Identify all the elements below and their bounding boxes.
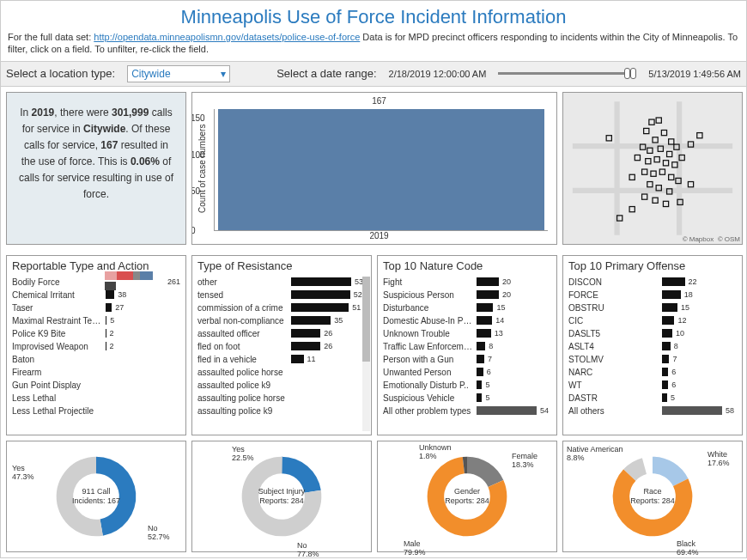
scroll-thumb[interactable]	[362, 277, 370, 362]
list-item[interactable]: Police K9 Bite2	[12, 327, 180, 340]
bar	[106, 316, 106, 325]
list-item[interactable]: STOLMV7	[568, 353, 737, 366]
item-label: Suspicious Person	[383, 290, 473, 300]
list-item[interactable]: All others58	[568, 405, 737, 417]
item-value: 26	[324, 329, 332, 338]
slider-handle-end[interactable]	[630, 68, 636, 79]
list-item[interactable]: DASLT510	[568, 327, 737, 340]
location-select[interactable]: Citywide ▾	[127, 65, 230, 82]
year-bar-panel[interactable]: Count of case numbers 167 0 50 100 150 2…	[191, 92, 557, 245]
dataset-link[interactable]: http://opendata.minneapolismn.gov/datase…	[94, 32, 360, 42]
list-item[interactable]: CIC12	[568, 314, 737, 327]
scrollbar[interactable]	[362, 277, 370, 431]
map-svg[interactable]	[563, 93, 742, 244]
summary-panel: In 2019, there were 301,999 calls for se…	[6, 92, 186, 245]
list-item[interactable]: Traffic Law Enforceme..8	[383, 340, 551, 353]
reportable-panel[interactable]: Reportable Type and Action Bodily Force2…	[6, 255, 186, 435]
list-item[interactable]: Less Lethal Projectile	[12, 405, 180, 417]
donut-panel[interactable]: GenderReports: 284Unknown1.8%Female18.3%…	[377, 441, 557, 552]
item-label: tensed	[197, 290, 288, 300]
item-label: OBSTRU	[568, 303, 659, 313]
list-item[interactable]: Improvised Weapon2	[12, 340, 180, 353]
list-item[interactable]: Firearm	[12, 366, 180, 379]
list-item[interactable]: ASLT48	[568, 340, 737, 353]
list-item[interactable]: DISCON22	[568, 276, 737, 289]
item-value: 58	[726, 406, 734, 415]
list-item[interactable]: Maximal Restraint Techni..5	[12, 314, 180, 327]
stacked-bar	[105, 271, 164, 292]
list-item[interactable]: Suspicious Vehicle5	[383, 392, 551, 405]
item-label: verbal non-compliance	[197, 316, 288, 326]
bar	[477, 368, 483, 376]
item-label: Less Lethal Projectile	[12, 406, 102, 416]
item-label: Maximal Restraint Techni..	[12, 316, 102, 326]
ytick: 0	[191, 226, 196, 235]
list-item[interactable]: assaulting police horse	[197, 392, 366, 405]
item-label: DASLT5	[568, 329, 659, 338]
list-item[interactable]: FORCE18	[568, 289, 737, 301]
list-item[interactable]: fled on foot26	[197, 340, 366, 353]
item-label: ASLT4	[568, 342, 659, 351]
item-value: 6	[671, 368, 676, 376]
donut-slice[interactable]	[467, 456, 503, 486]
reportable-title: Reportable Type and Action	[12, 259, 180, 272]
list-item[interactable]: NARC6	[568, 366, 737, 379]
list-item[interactable]: assaulted officer26	[197, 327, 366, 340]
list-item[interactable]: OBSTRU15	[568, 301, 737, 314]
slider-handle-start[interactable]	[624, 68, 630, 79]
year-bar[interactable]	[218, 109, 544, 230]
slider-track[interactable]	[498, 72, 636, 75]
bar	[291, 303, 349, 312]
list-item[interactable]: Fight20	[383, 276, 551, 289]
list-item[interactable]: Bodily Force261	[12, 276, 180, 289]
list-item[interactable]: Taser27	[12, 301, 180, 314]
offense-panel[interactable]: Top 10 Primary Offense DISCON22FORCE18OB…	[562, 255, 743, 435]
bar	[477, 355, 484, 363]
item-label: FORCE	[568, 290, 659, 300]
donut-label: Male79.9%	[404, 539, 426, 557]
summary-scope: Citywide	[83, 123, 125, 135]
list-item[interactable]: Domestic Abuse-In Pro..14	[383, 314, 551, 327]
list-item[interactable]: Less Lethal	[12, 392, 180, 405]
nature-panel[interactable]: Top 10 Nature Code Fight20Suspicious Per…	[377, 255, 557, 435]
list-item[interactable]: Unwanted Person6	[383, 366, 551, 379]
bar	[291, 277, 351, 286]
list-item[interactable]: assaulted police k9	[197, 379, 366, 392]
item-label: DISCON	[568, 277, 659, 287]
item-value: 7	[672, 355, 677, 363]
list-item[interactable]: verbal non-compliance35	[197, 314, 366, 327]
list-item[interactable]: Emotionally Disturb P..5	[383, 379, 551, 392]
donut-panel[interactable]: RaceReports: 284Native American8.8%White…	[562, 441, 743, 552]
list-item[interactable]: Unknown Trouble13	[383, 327, 551, 340]
bar	[106, 329, 106, 338]
item-label: fled in a vehicle	[197, 355, 288, 364]
list-item[interactable]: commission of a crime51	[197, 301, 366, 314]
date-slider[interactable]	[498, 72, 636, 75]
list-item[interactable]: Baton	[12, 353, 180, 366]
bar	[662, 329, 672, 338]
list-item[interactable]: fled in a vehicle11	[197, 353, 366, 366]
bar	[106, 342, 106, 350]
item-value: 38	[118, 290, 126, 299]
donut-panel[interactable]: 911 CallIncidents: 167Yes47.3%No52.7%	[6, 441, 186, 552]
item-value: 11	[307, 355, 316, 363]
list-item[interactable]: other53	[197, 276, 366, 289]
list-item[interactable]: Person with a Gun7	[383, 353, 551, 366]
resistance-panel[interactable]: Type of Resistance other53tensed52commis…	[191, 255, 372, 435]
list-item[interactable]: tensed52	[197, 289, 366, 301]
item-label: Traffic Law Enforceme..	[383, 342, 473, 351]
list-item[interactable]: assaulted police horse	[197, 366, 366, 379]
item-label: commission of a crime	[197, 303, 288, 313]
map-panel[interactable]: © Mapbox © OSM	[562, 92, 743, 245]
list-item[interactable]: DASTR5	[568, 392, 737, 405]
donut-panel[interactable]: Subject InjuryReports: 284Yes22.5%No77.8…	[191, 441, 372, 552]
list-item[interactable]: All other problem types54	[383, 405, 551, 417]
list-item[interactable]: Disturbance15	[383, 301, 551, 314]
item-label: assaulted police horse	[197, 368, 288, 377]
list-item[interactable]: Gun Point Display	[12, 379, 180, 392]
list-item[interactable]: assaulting police k9	[197, 405, 366, 417]
list-item[interactable]: Suspicious Person20	[383, 289, 551, 301]
list-item[interactable]: WT6	[568, 379, 737, 392]
filter-bar: Select a location type: Citywide ▾ Selec…	[1, 61, 746, 87]
item-label: Gun Point Display	[12, 380, 102, 390]
